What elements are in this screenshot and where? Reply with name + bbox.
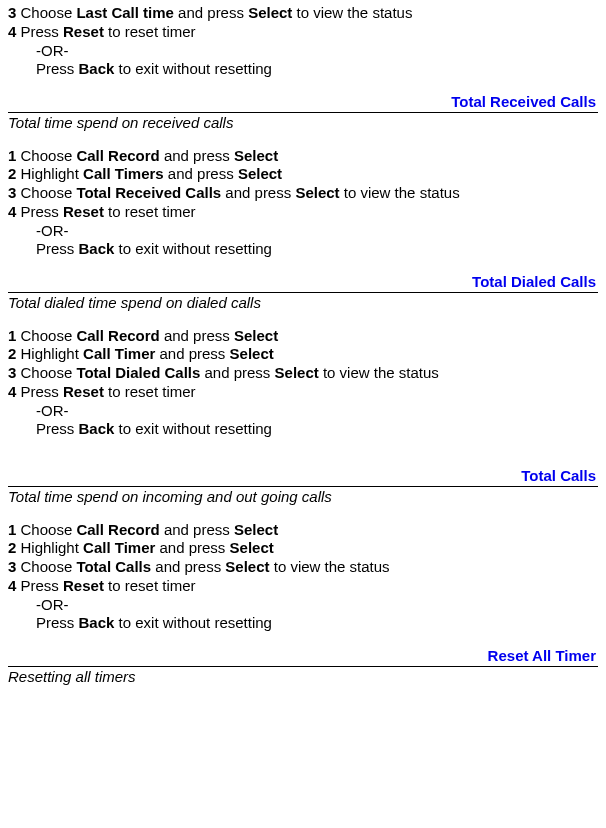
step-2: 2 Highlight Call Timer and press Select (8, 539, 598, 558)
step-back: Press Back to exit without resetting (8, 420, 598, 439)
step-or: -OR- (8, 222, 598, 241)
intro-back: Press Back to exit without resetting (8, 60, 598, 79)
step-3: 3 Choose Total Calls and press Select to… (8, 558, 598, 577)
step-3: 3 Choose Total Received Calls and press … (8, 184, 598, 203)
step-1: 1 Choose Call Record and press Select (8, 147, 598, 166)
section-heading-total-dialed: Total Dialed Calls (8, 273, 598, 293)
step-or: -OR- (8, 596, 598, 615)
step-4: 4 Press Reset to reset timer (8, 383, 598, 402)
step-number: 3 (8, 4, 21, 21)
step-back: Press Back to exit without resetting (8, 240, 598, 259)
step-2: 2 Highlight Call Timer and press Select (8, 345, 598, 364)
step-number: 4 (8, 23, 21, 40)
spacer (8, 439, 598, 467)
step-4: 4 Press Reset to reset timer (8, 577, 598, 596)
section-desc: Total time spend on received calls (8, 114, 598, 133)
step-1: 1 Choose Call Record and press Select (8, 521, 598, 540)
section-desc: Resetting all timers (8, 668, 598, 687)
section-heading-total-received: Total Received Calls (8, 93, 598, 113)
step-3: 3 Choose Total Dialed Calls and press Se… (8, 364, 598, 383)
step-or: -OR- (8, 402, 598, 421)
step-4: 4 Press Reset to reset timer (8, 203, 598, 222)
section-desc: Total dialed time spend on dialed calls (8, 294, 598, 313)
intro-step-4: 4 Press Reset to reset timer (8, 23, 598, 42)
section-desc: Total time spend on incoming and out goi… (8, 488, 598, 507)
section-heading-reset-all: Reset All Timer (8, 647, 598, 667)
intro-or: -OR- (8, 42, 598, 61)
step-1: 1 Choose Call Record and press Select (8, 327, 598, 346)
step-back: Press Back to exit without resetting (8, 614, 598, 633)
step-2: 2 Highlight Call Timers and press Select (8, 165, 598, 184)
intro-step-3: 3 Choose Last Call time and press Select… (8, 4, 598, 23)
section-heading-total-calls: Total Calls (8, 467, 598, 487)
